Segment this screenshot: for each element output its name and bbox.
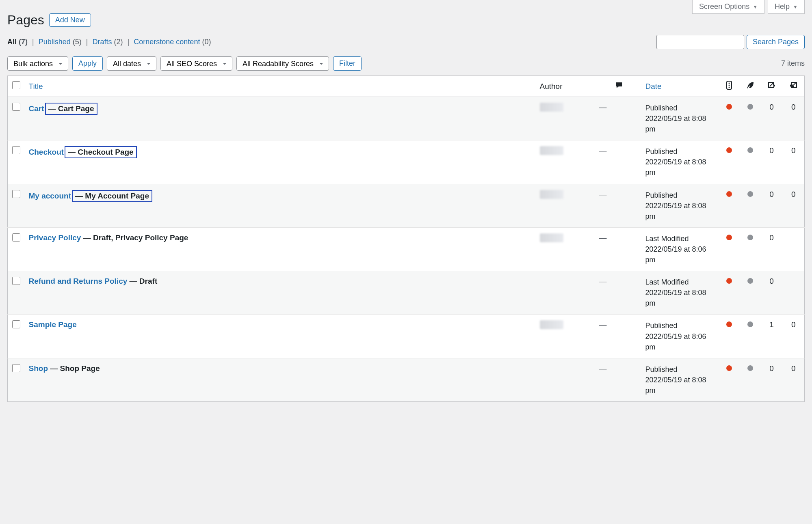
- post-state: — Checkout Page: [65, 146, 137, 158]
- seo-dot-icon: [726, 235, 732, 240]
- table-row: Checkout — Checkout Page—Published2022/0…: [8, 140, 805, 184]
- post-state: — Shop Page: [48, 364, 100, 373]
- row-checkbox[interactable]: [12, 364, 20, 372]
- filter-all-label: All: [7, 38, 17, 46]
- column-outgoing-links[interactable]: [761, 76, 783, 97]
- search-button[interactable]: Search Pages: [747, 35, 805, 49]
- seo-filter-select[interactable]: All SEO Scores: [160, 56, 232, 71]
- table-row: Sample Page—Published2022/05/19 at 8:06 …: [8, 315, 805, 358]
- column-comments[interactable]: [597, 76, 641, 97]
- filter-published-count: (5): [73, 38, 82, 46]
- title-cell: Cart — Cart Page: [25, 97, 536, 140]
- incoming-cell: 0: [783, 184, 805, 227]
- column-incoming-links[interactable]: [783, 76, 805, 97]
- filter-all[interactable]: All (7): [7, 38, 30, 46]
- post-state: — Cart Page: [45, 103, 97, 115]
- date-cell: Published2022/05/19 at 8:08 pm: [641, 140, 719, 184]
- comments-cell: —: [597, 97, 641, 140]
- post-state: — Draft, Privacy Policy Page: [81, 233, 188, 242]
- filter-drafts-label: Drafts: [93, 38, 112, 46]
- filter-cornerstone[interactable]: Cornerstone content: [134, 38, 202, 46]
- seo-dot-icon: [726, 365, 732, 371]
- column-readability[interactable]: [740, 76, 761, 97]
- column-title[interactable]: Title: [25, 76, 536, 97]
- column-seo[interactable]: [719, 76, 740, 97]
- page-header: Pages Add New: [7, 13, 805, 28]
- filter-links: All (7) | Published (5) | Drafts (2) | C…: [7, 38, 211, 46]
- add-new-button[interactable]: Add New: [49, 13, 91, 27]
- row-checkbox[interactable]: [12, 277, 20, 285]
- help-button[interactable]: Help ▼: [768, 0, 805, 14]
- seo-dot-icon: [726, 191, 732, 197]
- date-cell: Last Modified2022/05/19 at 8:08 pm: [641, 271, 719, 315]
- author-cell: [536, 184, 597, 227]
- post-state: — Draft: [127, 277, 157, 285]
- screen-meta-toolbar: Screen Options ▼ Help ▼: [7, 0, 805, 14]
- page-title-link[interactable]: Sample Page: [29, 320, 77, 329]
- author-cell: [536, 271, 597, 315]
- author-cell: [536, 97, 597, 140]
- search-input[interactable]: [656, 35, 744, 49]
- select-all-checkbox[interactable]: [12, 81, 20, 89]
- filter-button[interactable]: Filter: [333, 56, 362, 71]
- seo-cell: [719, 358, 740, 401]
- author-cell: [536, 227, 597, 271]
- page-title-link[interactable]: My account: [29, 192, 71, 200]
- screen-options-button[interactable]: Screen Options ▼: [692, 0, 764, 14]
- filter-published-label: Published: [39, 38, 71, 46]
- row-checkbox[interactable]: [12, 146, 20, 154]
- date-cell: Published2022/05/19 at 8:06 pm: [641, 315, 719, 358]
- page-title: Pages: [7, 13, 44, 28]
- incoming-cell: 0: [783, 140, 805, 184]
- apply-button[interactable]: Apply: [72, 56, 103, 71]
- author-blurred: [540, 146, 563, 155]
- row-checkbox[interactable]: [12, 320, 20, 328]
- comments-cell: —: [597, 140, 641, 184]
- column-author: Author: [536, 76, 597, 97]
- page-title-link[interactable]: Cart: [29, 104, 44, 113]
- outgoing-links-icon: [767, 81, 776, 90]
- incoming-cell: 0: [783, 97, 805, 140]
- pages-table: Title Author Date Cart — Cart Page—Publi…: [7, 75, 805, 402]
- column-date[interactable]: Date: [641, 76, 719, 97]
- outgoing-cell: 0: [761, 97, 783, 140]
- comments-cell: —: [597, 184, 641, 227]
- incoming-cell: 0: [783, 358, 805, 401]
- page-title-link[interactable]: Refund and Returns Policy: [29, 277, 128, 285]
- select-all-header: [8, 76, 25, 97]
- seo-dot-icon: [726, 321, 732, 327]
- row-checkbox[interactable]: [12, 233, 20, 242]
- page-title-link[interactable]: Checkout: [29, 148, 64, 156]
- table-row: My account — My Account Page—Published20…: [8, 184, 805, 227]
- incoming-cell: [783, 271, 805, 315]
- incoming-links-icon: [789, 81, 798, 90]
- row-checkbox[interactable]: [12, 103, 20, 111]
- author-blurred: [540, 190, 563, 199]
- readability-dot-icon: [747, 365, 753, 371]
- date-cell: Published2022/05/19 at 8:08 pm: [641, 97, 719, 140]
- author-cell: [536, 315, 597, 358]
- outgoing-cell: 0: [761, 227, 783, 271]
- chevron-down-icon: ▼: [753, 4, 758, 10]
- readability-dot-icon: [747, 235, 753, 240]
- seo-cell: [719, 315, 740, 358]
- bulk-action-select[interactable]: Bulk actions: [7, 56, 68, 71]
- tablenav-left: Bulk actions Apply All dates All SEO Sco…: [7, 56, 362, 71]
- filter-drafts[interactable]: Drafts: [93, 38, 114, 46]
- row-checkbox[interactable]: [12, 190, 20, 198]
- separator: |: [32, 38, 34, 46]
- readability-cell: [740, 140, 761, 184]
- date-cell: Published2022/05/19 at 8:08 pm: [641, 358, 719, 401]
- page-title-link[interactable]: Shop: [29, 364, 48, 373]
- readability-filter-select[interactable]: All Readability Scores: [236, 56, 329, 71]
- date-cell: Published2022/05/19 at 8:08 pm: [641, 184, 719, 227]
- date-filter-select[interactable]: All dates: [107, 56, 156, 71]
- table-row: Privacy Policy — Draft, Privacy Policy P…: [8, 227, 805, 271]
- filter-published[interactable]: Published: [39, 38, 73, 46]
- readability-cell: [740, 358, 761, 401]
- outgoing-cell: 0: [761, 271, 783, 315]
- table-row: Refund and Returns Policy — Draft—Last M…: [8, 271, 805, 315]
- readability-cell: [740, 227, 761, 271]
- page-title-link[interactable]: Privacy Policy: [29, 233, 81, 242]
- chevron-down-icon: ▼: [793, 4, 798, 10]
